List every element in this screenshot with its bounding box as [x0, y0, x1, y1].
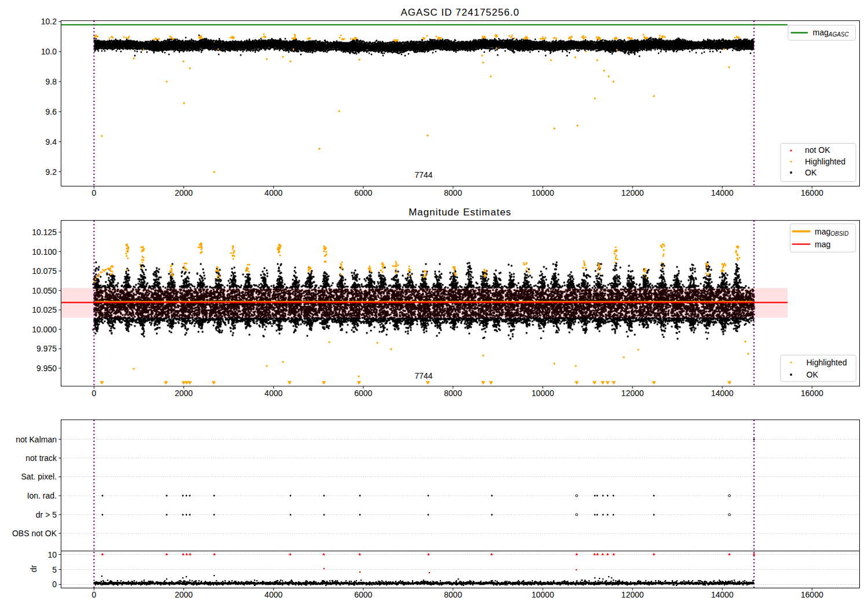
svg-text:0: 0 [52, 580, 57, 589]
svg-text:9.950: 9.950 [36, 364, 57, 373]
svg-text:12000: 12000 [621, 590, 644, 599]
svg-text:not OK: not OK [805, 145, 830, 155]
svg-text:9.4: 9.4 [46, 137, 57, 146]
svg-text:Sat. pixel.: Sat. pixel. [21, 472, 57, 481]
svg-text:8000: 8000 [444, 188, 462, 197]
svg-text:10: 10 [47, 550, 57, 559]
svg-text:4000: 4000 [264, 188, 282, 197]
svg-text:6000: 6000 [354, 590, 372, 599]
svg-text:AGASC ID 724175256.0: AGASC ID 724175256.0 [400, 7, 519, 18]
svg-text:9.975: 9.975 [36, 344, 57, 353]
svg-text:16000: 16000 [801, 389, 823, 398]
svg-text:OBS not OK: OBS not OK [12, 529, 57, 538]
svg-text:4000: 4000 [264, 389, 282, 398]
svg-text:Ion. rad.: Ion. rad. [27, 491, 57, 500]
svg-text:OK: OK [807, 370, 819, 379]
svg-text:7744: 7744 [414, 371, 432, 380]
svg-text:6000: 6000 [354, 389, 372, 398]
svg-text:4000: 4000 [264, 590, 282, 599]
svg-text:dr > 5: dr > 5 [36, 510, 57, 519]
svg-text:6000: 6000 [354, 188, 372, 197]
svg-text:10.0: 10.0 [41, 47, 57, 56]
svg-text:10.100: 10.100 [32, 247, 57, 257]
svg-text:not track: not track [25, 453, 57, 463]
svg-text:5: 5 [52, 565, 57, 574]
svg-text:Highlighted: Highlighted [805, 157, 845, 166]
svg-text:10000: 10000 [532, 590, 554, 599]
svg-text:9.6: 9.6 [46, 107, 57, 116]
svg-text:OK: OK [805, 168, 817, 177]
svg-text:0: 0 [92, 590, 97, 599]
svg-text:dr: dr [29, 565, 38, 572]
svg-text:not Kalman: not Kalman [16, 435, 57, 444]
svg-text:0: 0 [92, 188, 97, 197]
svg-text:2000: 2000 [175, 590, 193, 599]
svg-text:10.025: 10.025 [32, 305, 57, 314]
svg-text:10000: 10000 [532, 389, 554, 398]
svg-text:14000: 14000 [711, 590, 734, 599]
svg-text:14000: 14000 [711, 188, 734, 197]
svg-text:12000: 12000 [621, 188, 644, 197]
svg-text:12000: 12000 [621, 389, 644, 398]
svg-text:10.2: 10.2 [41, 17, 57, 26]
svg-text:10.075: 10.075 [32, 266, 57, 276]
svg-text:16000: 16000 [801, 188, 823, 197]
svg-text:9.8: 9.8 [46, 77, 57, 86]
svg-text:8000: 8000 [444, 590, 462, 599]
svg-text:0: 0 [92, 389, 97, 398]
svg-text:16000: 16000 [801, 590, 823, 599]
svg-text:2000: 2000 [175, 188, 193, 197]
svg-text:8000: 8000 [444, 389, 462, 398]
svg-text:mag: mag [815, 240, 830, 249]
svg-text:10.000: 10.000 [32, 325, 57, 334]
svg-text:10.050: 10.050 [32, 286, 57, 295]
svg-text:9.2: 9.2 [46, 167, 57, 177]
svg-text:Highlighted: Highlighted [807, 358, 847, 367]
svg-text:7744: 7744 [414, 170, 432, 180]
svg-text:14000: 14000 [711, 389, 734, 398]
svg-text:2000: 2000 [175, 389, 193, 398]
svg-text:10000: 10000 [532, 188, 554, 197]
svg-text:10.125: 10.125 [32, 228, 57, 237]
svg-text:Magnitude Estimates: Magnitude Estimates [409, 207, 512, 218]
